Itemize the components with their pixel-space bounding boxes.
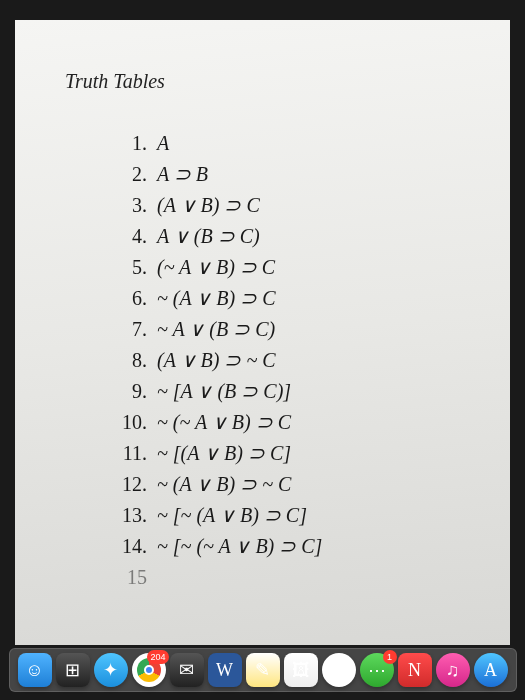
badge: 1 bbox=[383, 650, 397, 664]
badge: 204 bbox=[147, 650, 168, 664]
item-number: 6. bbox=[115, 283, 147, 314]
item-number: 14. bbox=[115, 531, 147, 562]
list-item: 10.~ (~ A ∨ B) ⊃ C bbox=[115, 407, 475, 438]
item-number: 13. bbox=[115, 500, 147, 531]
item-expression: ~ [~ (~ A ∨ B) ⊃ C] bbox=[157, 531, 322, 562]
item-number: 4. bbox=[115, 221, 147, 252]
list-item: 12.~ (A ∨ B) ⊃ ~ C bbox=[115, 469, 475, 500]
item-number: 5. bbox=[115, 252, 147, 283]
item-expression: ~ [A ∨ (B ⊃ C)] bbox=[157, 376, 291, 407]
item-expression: (A ∨ B) ⊃ C bbox=[157, 190, 260, 221]
list-item: 8.(A ∨ B) ⊃ ~ C bbox=[115, 345, 475, 376]
list-item: 2.A ⊃ B bbox=[115, 159, 475, 190]
list-item: 1.A bbox=[115, 128, 475, 159]
item-expression: A ⊃ B bbox=[157, 159, 208, 190]
appstore-icon[interactable]: A bbox=[474, 653, 508, 687]
photos-icon[interactable]: ✿ bbox=[322, 653, 356, 687]
item-expression: ~ (~ A ∨ B) ⊃ C bbox=[157, 407, 291, 438]
item-expression: (~ A ∨ B) ⊃ C bbox=[157, 252, 275, 283]
chrome-icon[interactable]: 204 bbox=[132, 653, 166, 687]
news-icon[interactable]: N bbox=[398, 653, 432, 687]
word-icon[interactable]: W bbox=[208, 653, 242, 687]
mail-icon[interactable]: ✉ bbox=[170, 653, 204, 687]
list-item: 3.(A ∨ B) ⊃ C bbox=[115, 190, 475, 221]
numbered-list: 1.A 2.A ⊃ B 3.(A ∨ B) ⊃ C 4.A ∨ (B ⊃ C) … bbox=[115, 128, 475, 593]
item-number: 8. bbox=[115, 345, 147, 376]
safari-icon[interactable]: ✦ bbox=[94, 653, 128, 687]
list-item: 4.A ∨ (B ⊃ C) bbox=[115, 221, 475, 252]
item-expression: ~ [~ (A ∨ B) ⊃ C] bbox=[157, 500, 307, 531]
item-number: 12. bbox=[115, 469, 147, 500]
list-item-partial: 15 bbox=[115, 562, 475, 593]
item-expression: A ∨ (B ⊃ C) bbox=[157, 221, 260, 252]
page-title: Truth Tables bbox=[65, 70, 475, 93]
music-icon[interactable]: ♫ bbox=[436, 653, 470, 687]
item-expression: ~ (A ∨ B) ⊃ ~ C bbox=[157, 469, 291, 500]
item-number: 1. bbox=[115, 128, 147, 159]
finder-icon[interactable]: ☺ bbox=[18, 653, 52, 687]
list-item: 6.~ (A ∨ B) ⊃ C bbox=[115, 283, 475, 314]
notes-icon[interactable]: ✎ bbox=[246, 653, 280, 687]
item-number: 15 bbox=[115, 562, 147, 593]
item-number: 7. bbox=[115, 314, 147, 345]
list-item: 11.~ [(A ∨ B) ⊃ C] bbox=[115, 438, 475, 469]
item-number: 9. bbox=[115, 376, 147, 407]
document-screen: Truth Tables 1.A 2.A ⊃ B 3.(A ∨ B) ⊃ C 4… bbox=[15, 20, 510, 645]
list-item: 14.~ [~ (~ A ∨ B) ⊃ C] bbox=[115, 531, 475, 562]
list-item: 7.~ A ∨ (B ⊃ C) bbox=[115, 314, 475, 345]
messages-icon[interactable]: ⋯ 1 bbox=[360, 653, 394, 687]
list-item: 5.(~ A ∨ B) ⊃ C bbox=[115, 252, 475, 283]
macos-dock: ☺ ⊞ ✦ 204 ✉ W ✎ 🖼 ✿ ⋯ 1 N ♫ A bbox=[9, 648, 517, 692]
item-expression: ~ (A ∨ B) ⊃ C bbox=[157, 283, 276, 314]
launchpad-icon[interactable]: ⊞ bbox=[56, 653, 90, 687]
item-expression: ~ A ∨ (B ⊃ C) bbox=[157, 314, 275, 345]
list-item: 9.~ [A ∨ (B ⊃ C)] bbox=[115, 376, 475, 407]
item-number: 2. bbox=[115, 159, 147, 190]
item-expression: (A ∨ B) ⊃ ~ C bbox=[157, 345, 276, 376]
list-item: 13.~ [~ (A ∨ B) ⊃ C] bbox=[115, 500, 475, 531]
item-number: 3. bbox=[115, 190, 147, 221]
preview-icon[interactable]: 🖼 bbox=[284, 653, 318, 687]
monitor-frame: Truth Tables 1.A 2.A ⊃ B 3.(A ∨ B) ⊃ C 4… bbox=[0, 0, 525, 700]
item-expression: A bbox=[157, 128, 169, 159]
item-expression: ~ [(A ∨ B) ⊃ C] bbox=[157, 438, 291, 469]
item-number: 10. bbox=[115, 407, 147, 438]
item-number: 11. bbox=[115, 438, 147, 469]
